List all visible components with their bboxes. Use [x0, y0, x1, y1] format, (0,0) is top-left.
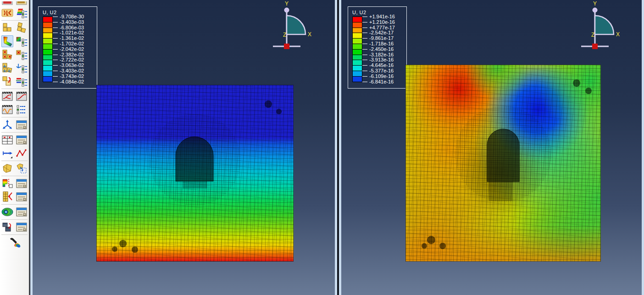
legend-value: -3.063e-02 [60, 62, 84, 68]
viewport-1[interactable]: U, U2 -9.708e-30-3.403e-03-6.806e-03-1.0… [30, 0, 337, 295]
color-stack-options-icon[interactable] [16, 7, 28, 19]
plot-symbols-icon[interactable] [1, 49, 13, 61]
contour-legend: U, U2 +1.941e-16+1.210e-16+4.777e-17-2.5… [348, 6, 407, 89]
legend-tick [53, 76, 58, 77]
triad-y-label: Y [285, 0, 289, 7]
legend-value: -6.806e-03 [60, 25, 84, 30]
animation-options-icon[interactable] [16, 104, 28, 116]
plot-material-orientations-icon[interactable] [1, 62, 13, 74]
visualization-toolbar [0, 0, 30, 295]
superimpose-plot-icon[interactable] [1, 75, 13, 87]
legend-value: -3.913e-16 [369, 57, 394, 62]
legend-value: -3.743e-02 [60, 73, 84, 79]
legend-tick [362, 49, 367, 50]
legend-value: -9.708e-30 [60, 14, 84, 19]
legend-value: -9.861e-17 [369, 35, 394, 41]
legend-tick [53, 17, 58, 17]
legend-tick [362, 17, 367, 17]
legend-tick [362, 33, 367, 33]
contour-plot-model-1[interactable] [96, 85, 294, 262]
legend-swatch [43, 76, 53, 82]
xy-options-dialog-icon[interactable] [16, 134, 28, 146]
stream-options-dialog-icon[interactable] [16, 206, 28, 218]
orientation-options-icon[interactable] [16, 62, 28, 74]
triad-x-label: X [616, 31, 620, 38]
refine-grid-icon[interactable] [1, 191, 13, 203]
legend-value: -1.702e-02 [60, 41, 84, 46]
legend-tick [53, 33, 58, 33]
legend-value: -3.403e-02 [60, 68, 84, 73]
triad-x-label: X [308, 31, 311, 38]
contour-plot-model-2[interactable] [405, 65, 601, 262]
plot-deformed-tiles-icon[interactable] [16, 22, 28, 34]
legend-tick [53, 28, 58, 28]
xy-plot-icon[interactable] [16, 147, 28, 159]
legend-swatch [352, 76, 362, 82]
plot-contours-icon[interactable] [1, 35, 13, 47]
legend-tick [362, 44, 367, 44]
overlay-plot-icon[interactable] [1, 221, 13, 233]
legend-value: +4.777e-17 [369, 25, 395, 30]
path-icon[interactable] [1, 147, 13, 159]
legend-tick [362, 22, 367, 22]
legend-tick [53, 65, 58, 66]
legend-value: -2.042e-02 [60, 46, 84, 52]
legend-tick [362, 82, 367, 82]
legend-value: -6.841e-16 [369, 79, 394, 84]
viewport-2[interactable]: U, U2 +1.941e-16+1.210e-16+4.777e-17-2.5… [339, 0, 644, 295]
legend-value: -3.182e-16 [369, 52, 394, 57]
legend-value: +1.210e-16 [369, 19, 395, 25]
legend-value: -1.361e-02 [60, 35, 84, 41]
display-group-copy-icon[interactable] [16, 162, 28, 174]
legend-tick [362, 38, 367, 39]
xy-table-icon[interactable] [1, 134, 13, 146]
contour-legend: U, U2 -9.708e-30-3.403e-03-6.806e-03-1.0… [38, 6, 97, 89]
legend-value: -1.021e-02 [60, 30, 84, 35]
view-cut-manager-dialog-icon[interactable] [16, 178, 28, 189]
clipped-icon[interactable] [16, 1, 28, 6]
abaqus-visualization-screen: { "spectrum": ["#ff0000","#ff5200","#ffa… [0, 0, 644, 295]
legend-tick [362, 65, 367, 66]
grid-options-dialog-icon[interactable] [16, 191, 28, 203]
superimpose-options-icon[interactable] [16, 75, 28, 87]
legend-value: -2.450e-16 [369, 46, 394, 52]
legend-body: -9.708e-30-3.403e-03-6.806e-03-1.021e-02… [43, 17, 97, 84]
legend-tick [53, 60, 58, 60]
legend-value: -2.382e-02 [60, 52, 84, 57]
legend-tick [53, 82, 58, 82]
triad-z-label: Z [591, 32, 594, 38]
legend-tick [362, 28, 367, 28]
legend-value: -1.718e-16 [369, 41, 394, 46]
legend-body: +1.941e-16+1.210e-16+4.777e-17-2.542e-17… [352, 17, 406, 84]
plot-undeformed-tiles-icon[interactable] [1, 22, 13, 34]
legend-value: -4.084e-02 [60, 79, 84, 84]
animate-harmonic-icon[interactable] [1, 104, 13, 116]
legend-tick [362, 76, 367, 77]
legend-tick [53, 71, 58, 71]
create-xy-data-icon[interactable] [1, 119, 13, 131]
contour-options-icon[interactable] [16, 35, 28, 47]
legend-value: -2.542e-17 [369, 30, 394, 35]
display-group-sheet-icon[interactable] [1, 162, 13, 174]
legend-tick [53, 55, 58, 55]
legend-tick [53, 22, 58, 22]
legend-value: -5.377e-16 [369, 68, 394, 73]
overlay-options-dialog-icon[interactable] [16, 221, 28, 233]
view-cut-brackets-icon[interactable] [1, 7, 13, 19]
legend-tick [362, 60, 367, 60]
legend-value: -2.722e-02 [60, 57, 84, 62]
legend-value: +1.941e-16 [369, 14, 395, 19]
activate-view-cut-icon[interactable] [1, 178, 13, 189]
xy-data-manager-dialog-icon[interactable] [16, 119, 28, 131]
legend-tick [53, 38, 58, 39]
triad-y-label: Y [593, 0, 597, 7]
legend-value: -6.109e-16 [369, 73, 394, 79]
plot-streamlines-icon[interactable] [1, 206, 13, 218]
legend-tick [53, 49, 58, 50]
animate-time-history-icon[interactable] [16, 90, 28, 102]
color-code-brush-icon[interactable] [9, 236, 21, 248]
animate-scale-factor-icon[interactable] [1, 90, 13, 102]
clipped-icon[interactable] [1, 1, 13, 6]
symbol-options-icon[interactable] [16, 49, 28, 61]
triad-z-label: Z [283, 32, 286, 38]
